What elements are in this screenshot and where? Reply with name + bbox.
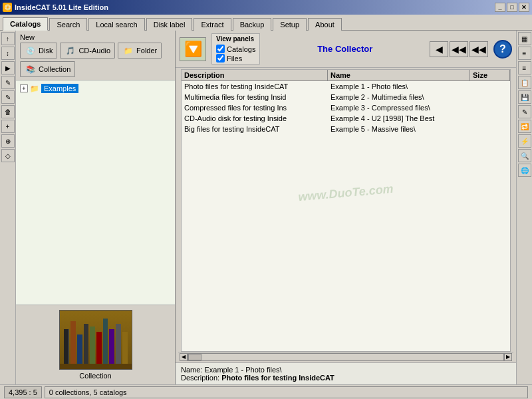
cell-desc: Multimedia files for testing Insid bbox=[182, 92, 328, 102]
tab-extract[interactable]: Extract bbox=[194, 18, 231, 31]
rtb-btn-1[interactable]: ▦ bbox=[518, 32, 531, 45]
ltb-btn-2[interactable]: ↕ bbox=[1, 47, 15, 60]
tree-root-item[interactable]: + 📁 Examples bbox=[19, 83, 172, 94]
file-list-container: www.DuoTe.com Description Name Size Phot… bbox=[178, 69, 513, 361]
tab-setup[interactable]: Setup bbox=[273, 18, 307, 31]
ltb-btn-6[interactable]: 🗑 bbox=[1, 105, 15, 118]
cell-desc: Compressed files for testing Ins bbox=[182, 103, 328, 112]
table-row[interactable]: Photo files for testing InsideCAT Exampl… bbox=[182, 81, 510, 92]
tab-backup[interactable]: Backup bbox=[233, 18, 272, 31]
close-button[interactable]: ✕ bbox=[519, 3, 529, 12]
new-label: New bbox=[20, 33, 171, 41]
tab-disk-label[interactable]: Disk label bbox=[146, 18, 193, 31]
rtb-btn-5[interactable]: 💾 bbox=[518, 90, 531, 104]
files-checkbox[interactable] bbox=[216, 54, 225, 63]
book-4 bbox=[84, 324, 89, 366]
scroll-right-arrow[interactable]: ▶ bbox=[504, 353, 512, 361]
collection-label: Collection bbox=[79, 372, 111, 380]
tree-root-label[interactable]: Examples bbox=[41, 84, 78, 93]
tree-expand-icon[interactable]: + bbox=[20, 84, 28, 92]
info-area: Name: Example 1 - Photo files\ Descripti… bbox=[176, 362, 516, 384]
ltb-btn-7[interactable]: + bbox=[1, 120, 15, 133]
collector-icon: 🔽 bbox=[180, 37, 206, 61]
catalogs-checkbox[interactable] bbox=[216, 45, 225, 53]
table-row[interactable]: Multimedia files for testing Insid Examp… bbox=[182, 92, 510, 102]
title-bar-buttons: _ □ ✕ bbox=[495, 3, 529, 12]
collection-btn-label: Collection bbox=[39, 65, 70, 73]
status-bar: 4,395 : 5 0 collections, 5 catalogs bbox=[0, 384, 532, 399]
scroll-left-arrow[interactable]: ◀ bbox=[180, 353, 188, 361]
cell-desc: Photo files for testing InsideCAT bbox=[182, 82, 328, 91]
new-section: New 💿 Disk 🎵 CD-Audio 📁 Folder bbox=[16, 31, 175, 80]
info-desc-value: Photo files for testing InsideCAT bbox=[221, 374, 334, 382]
folder-icon: 📁 bbox=[122, 45, 134, 57]
new-cdaudio-button[interactable]: 🎵 CD-Audio bbox=[60, 43, 115, 59]
app-window: 📀 InsideCAT 5.01 Lite Edition _ □ ✕ Cata… bbox=[0, 0, 532, 399]
table-row[interactable]: Big files for testing InsideCAT Example … bbox=[182, 124, 510, 134]
tab-search[interactable]: Search bbox=[49, 18, 87, 31]
book-3 bbox=[77, 334, 82, 366]
rtb-btn-8[interactable]: ⚡ bbox=[518, 134, 531, 148]
nav-prev-prev-button[interactable]: ◀◀ bbox=[450, 41, 468, 57]
title-bar: 📀 InsideCAT 5.01 Lite Edition _ □ ✕ bbox=[0, 0, 532, 15]
file-list-body: Photo files for testing InsideCAT Exampl… bbox=[182, 81, 510, 351]
nav-prev-button[interactable]: ◀ bbox=[430, 41, 448, 57]
scroll-thumb[interactable] bbox=[188, 354, 201, 360]
collector-label: The Collector bbox=[265, 44, 424, 54]
ltb-btn-3[interactable]: ▶ bbox=[1, 61, 15, 74]
minimize-button[interactable]: _ bbox=[495, 3, 505, 12]
rtb-btn-2[interactable]: ≡ bbox=[518, 47, 531, 60]
files-checkbox-row: Files bbox=[216, 54, 255, 63]
ltb-btn-5[interactable]: ✎ bbox=[1, 90, 15, 104]
book-7 bbox=[103, 319, 108, 366]
ltb-btn-8[interactable]: ⊕ bbox=[1, 134, 15, 148]
disk-icon: 💿 bbox=[25, 45, 37, 57]
book-8 bbox=[109, 329, 114, 366]
right-toolbar: ▦ ≡ ≡ 📋 💾 ✎ 🔁 ⚡ 🔍 🌐 bbox=[516, 31, 532, 384]
cell-size bbox=[470, 103, 510, 112]
tab-catalogs[interactable]: Catalogs bbox=[3, 17, 48, 31]
scroll-track[interactable] bbox=[188, 353, 504, 361]
col-header-size[interactable]: Size bbox=[470, 70, 510, 80]
cell-name: Example 5 - Massive files\ bbox=[328, 124, 470, 134]
new-collection-button[interactable]: 📚 Collection bbox=[20, 61, 75, 77]
info-name-label: Name: bbox=[181, 366, 202, 374]
book-9 bbox=[116, 324, 121, 366]
cdaudio-icon: 🎵 bbox=[65, 45, 76, 57]
book-2 bbox=[70, 321, 76, 366]
catalogs-checkbox-row: Catalogs bbox=[216, 45, 255, 53]
left-panel: New 💿 Disk 🎵 CD-Audio 📁 Folder bbox=[16, 31, 176, 384]
file-list-header: Description Name Size bbox=[182, 70, 510, 81]
cell-name: Example 1 - Photo files\ bbox=[328, 82, 470, 91]
rtb-btn-6[interactable]: ✎ bbox=[518, 105, 531, 118]
tab-local-search[interactable]: Local search bbox=[88, 18, 144, 31]
nav-back-button[interactable]: ◀◀ bbox=[469, 41, 488, 57]
tab-about[interactable]: About bbox=[308, 18, 342, 31]
cell-size bbox=[470, 124, 510, 134]
rtb-btn-3[interactable]: ≡ bbox=[518, 61, 531, 74]
rtb-btn-9[interactable]: 🔍 bbox=[518, 149, 531, 162]
col-header-description[interactable]: Description bbox=[182, 70, 328, 80]
tree-folder-icon: 📁 bbox=[30, 84, 39, 93]
new-disk-button[interactable]: 💿 Disk bbox=[20, 43, 57, 59]
new-folder-button[interactable]: 📁 Folder bbox=[118, 43, 162, 59]
tab-bar: Catalogs Search Local search Disk label … bbox=[0, 15, 532, 31]
table-row[interactable]: CD-Audio disk for testing Inside Example… bbox=[182, 113, 510, 124]
info-name-value: Example 1 - Photo files\ bbox=[204, 366, 281, 374]
rtb-btn-10[interactable]: 🌐 bbox=[518, 164, 531, 177]
rtb-btn-7[interactable]: 🔁 bbox=[518, 120, 531, 133]
table-row[interactable]: Compressed files for testing Ins Example… bbox=[182, 102, 510, 113]
catalogs-checkbox-label: Catalogs bbox=[227, 45, 255, 53]
title-bar-left: 📀 InsideCAT 5.01 Lite Edition bbox=[3, 3, 108, 12]
rtb-btn-4[interactable]: 📋 bbox=[518, 76, 531, 89]
col-header-name[interactable]: Name bbox=[328, 70, 470, 80]
info-name-row: Name: Example 1 - Photo files\ bbox=[181, 366, 511, 374]
ltb-btn-1[interactable]: ↑ bbox=[1, 32, 15, 45]
ltb-btn-4[interactable]: ✎ bbox=[1, 76, 15, 89]
cell-name: Example 3 - Compressed files\ bbox=[328, 103, 470, 112]
help-button[interactable]: ? bbox=[493, 40, 512, 59]
maximize-button[interactable]: □ bbox=[507, 3, 517, 12]
ltb-btn-9[interactable]: ◇ bbox=[1, 149, 15, 162]
tree-area[interactable]: + 📁 Examples bbox=[16, 80, 175, 305]
cell-desc: CD-Audio disk for testing Inside bbox=[182, 114, 328, 123]
